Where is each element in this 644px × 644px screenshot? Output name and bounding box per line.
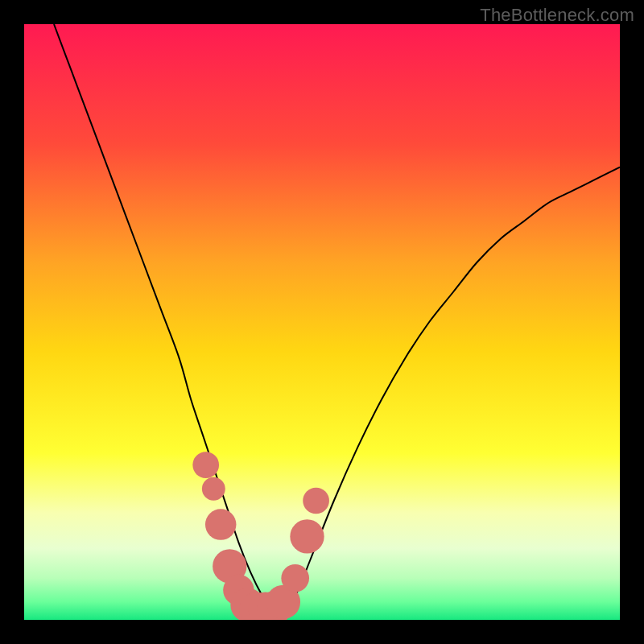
highlight-dot: [290, 519, 324, 553]
watermark-label: TheBottleneck.com: [480, 5, 634, 26]
chart-frame: TheBottleneck.com: [0, 0, 644, 644]
bottleneck-chart: [24, 24, 620, 620]
highlight-dot: [202, 477, 225, 501]
highlight-dot: [205, 509, 236, 539]
highlight-dot: [281, 564, 309, 592]
plot-area: [24, 24, 620, 620]
highlight-dot: [192, 452, 219, 478]
highlight-dot: [303, 488, 329, 514]
